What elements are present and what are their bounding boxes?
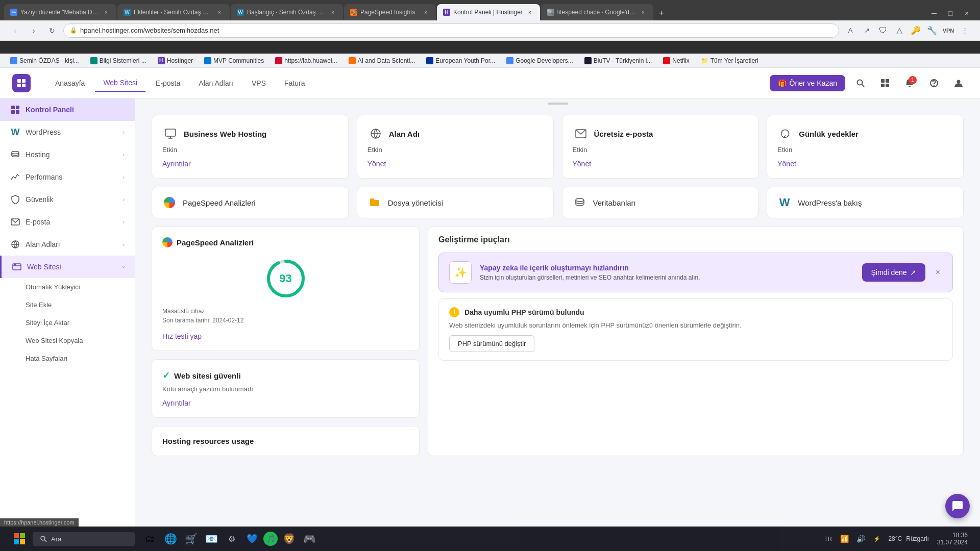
- nav-anasayfa[interactable]: Anasayfa: [47, 75, 93, 91]
- bookmark-european[interactable]: European Youth Por...: [422, 55, 499, 66]
- back-button[interactable]: ‹: [8, 23, 22, 38]
- php-banner: ! Daha uyumlu PHP sürümü bulundu Web sit…: [438, 298, 953, 361]
- taskbar-time[interactable]: 18:36 31.07.2024: [933, 532, 972, 546]
- extension-2-icon[interactable]: △: [892, 23, 906, 38]
- tab-close-2[interactable]: ×: [215, 8, 224, 16]
- nav-fatura[interactable]: Fatura: [276, 75, 313, 91]
- taskbar-app-browser[interactable]: 🌐: [161, 530, 180, 548]
- tab-hostinger[interactable]: H Kontrol Paneli | Hostinger ×: [437, 4, 540, 20]
- help-icon[interactable]: [925, 74, 943, 92]
- forward-button[interactable]: ›: [27, 23, 41, 38]
- close-window-button[interactable]: ×: [960, 6, 974, 20]
- taskbar-app-vscode[interactable]: 💙: [243, 530, 261, 548]
- card-header-4: Günlük yedekler: [777, 126, 953, 142]
- taskbar-app-gaming[interactable]: 🎮: [300, 530, 318, 548]
- chat-bubble[interactable]: [945, 494, 970, 518]
- bookmark-google-dev[interactable]: Google Developers...: [502, 55, 577, 66]
- sidebar-sub-site-ekle[interactable]: Site Ekle: [0, 296, 135, 314]
- php-title: Daha uyumlu PHP sürümü bulundu: [464, 308, 584, 316]
- bookmark-netflix[interactable]: Netflix: [659, 55, 693, 66]
- php-change-button[interactable]: PHP sürümünü değiştir: [449, 335, 534, 352]
- taskbar-wifi-icon[interactable]: 📶: [837, 532, 851, 546]
- sidebar-kontrol-paneli[interactable]: Kontrol Paneli: [0, 98, 135, 121]
- tab-pagespeed[interactable]: 🚀 PageSpeed Insights ×: [344, 4, 436, 20]
- new-tab-button[interactable]: +: [654, 6, 669, 20]
- ai-try-button[interactable]: Şimdi dene ↗: [862, 263, 925, 282]
- taskbar-app-store[interactable]: 🛒: [182, 530, 200, 548]
- check-icon: ✓: [162, 370, 170, 381]
- taskbar-weather: 28°C Rüzgarlı: [888, 535, 929, 542]
- taskbar-app-settings[interactable]: ⚙: [223, 530, 241, 548]
- vpn-icon[interactable]: VPN: [941, 23, 955, 38]
- profile-icon[interactable]: [949, 74, 968, 92]
- refer-button[interactable]: 🎁 Öner ve Kazan: [770, 75, 845, 91]
- sidebar-sub-hata[interactable]: Hata Sayfaları: [0, 349, 135, 367]
- speed-link[interactable]: Hız testi yap: [162, 332, 202, 340]
- menu-icon[interactable]: ⋮: [958, 23, 972, 38]
- tab-close-6[interactable]: ×: [639, 8, 647, 16]
- tool-wordpress[interactable]: W WordPress'a bakış: [767, 187, 964, 218]
- taskbar-sound-icon[interactable]: 🔊: [853, 532, 868, 546]
- nav-eposta[interactable]: E-posta: [148, 75, 188, 91]
- taskbar-language-icon[interactable]: TR: [821, 532, 835, 546]
- tool-pagespeed[interactable]: PageSpeed Analizleri: [152, 187, 349, 218]
- taskbar-app-brave[interactable]: 🦁: [280, 530, 298, 548]
- sidebar-item-hosting[interactable]: Hosting ›: [0, 143, 135, 166]
- bookmark-mvp[interactable]: MVP Communities: [200, 55, 268, 66]
- taskbar-battery-icon[interactable]: ⚡: [870, 532, 884, 546]
- security-link[interactable]: Ayrıntılar: [162, 399, 191, 407]
- tool-dosya[interactable]: Dosya yöneticisi: [357, 187, 554, 218]
- bookmark-hostinger[interactable]: H Hostinger: [154, 55, 197, 66]
- nav-vps[interactable]: VPS: [243, 75, 274, 91]
- ai-close-button[interactable]: ×: [934, 266, 942, 279]
- sidebar-item-wordpress[interactable]: W WordPress ›: [0, 121, 135, 143]
- card-link-2[interactable]: Yönet: [368, 160, 386, 168]
- tab-close-5[interactable]: ×: [526, 8, 534, 16]
- tab-yazı[interactable]: ✏ Yazıyı düzenle "Mehaba Dünya..." ×: [4, 4, 116, 20]
- notifications-icon[interactable]: 1: [900, 74, 919, 92]
- bookmark-all[interactable]: 📁 Tüm Yer İşaretleri: [697, 55, 763, 66]
- share-icon[interactable]: ↗: [860, 23, 874, 38]
- start-button[interactable]: [8, 528, 31, 550]
- taskbar-app-mail[interactable]: 📧: [202, 530, 220, 548]
- bookmark-ai[interactable]: AI and Data Scienti...: [345, 55, 420, 66]
- reload-button[interactable]: ↻: [45, 23, 59, 38]
- tool-veritabani[interactable]: Veritabanları: [562, 187, 759, 218]
- dashboard-icon[interactable]: [876, 74, 894, 92]
- card-link-3[interactable]: Yönet: [573, 160, 592, 168]
- tab-close-1[interactable]: ×: [102, 8, 110, 16]
- tab-close-3[interactable]: ×: [329, 8, 337, 16]
- card-link-4[interactable]: Yönet: [777, 160, 796, 168]
- nav-alan-adlari[interactable]: Alan Adları: [190, 75, 241, 91]
- taskbar-app-music[interactable]: 🎵: [263, 532, 278, 546]
- extension-4-icon[interactable]: 🔧: [925, 23, 939, 38]
- address-bar[interactable]: 🔒 hpanel.hostinger.com/websites/semihozd…: [63, 23, 839, 38]
- sidebar-item-eposta[interactable]: E-posta ›: [0, 211, 135, 233]
- sidebar-sub-otomatik[interactable]: Otomatik Yükleyici: [0, 278, 135, 296]
- card-link-1[interactable]: Ayrıntılar: [162, 160, 191, 168]
- maximize-button[interactable]: □: [943, 6, 958, 20]
- bookmark-huawei[interactable]: https://lab.huawei...: [271, 55, 341, 66]
- minimize-button[interactable]: ─: [927, 6, 941, 20]
- bookmark-semin[interactable]: Semin ÖZDAŞ - kişi...: [6, 55, 83, 66]
- translate-icon[interactable]: A: [843, 23, 857, 38]
- bookmark-blutv[interactable]: BluTV - Türkiyenin i...: [580, 55, 656, 66]
- extension-1-icon[interactable]: 🛡: [876, 23, 890, 38]
- extension-3-icon[interactable]: 🔑: [909, 23, 923, 38]
- tab-google[interactable]: 🔍 litespeed chace · Google'da Ara ×: [541, 4, 653, 20]
- sidebar-item-guvenlik[interactable]: Güvenlik ›: [0, 188, 135, 211]
- search-header-icon[interactable]: [851, 74, 870, 92]
- sidebar-sub-iceri-aktar[interactable]: Siteyi İçe Aktar: [0, 314, 135, 332]
- bookmark-bilgi[interactable]: Bilgi Sistemleri ...: [86, 55, 151, 66]
- taskbar-app-explorer[interactable]: 🗂: [141, 530, 159, 548]
- taskbar-search[interactable]: Ara: [33, 532, 135, 546]
- sidebar-sub-kopyala[interactable]: Web Sitesi Kopyala: [0, 332, 135, 349]
- sidebar-item-performans[interactable]: Performans ›: [0, 166, 135, 188]
- sidebar-item-alan-adlari[interactable]: Alan Adları ›: [0, 233, 135, 256]
- tab-baslangic[interactable]: W Başlangıç · Semih Özdaş — W... ×: [231, 4, 343, 20]
- nav-web-sitesi[interactable]: Web Sitesi: [95, 74, 145, 92]
- sidebar-item-web-sitesi[interactable]: Web Sitesi ›: [0, 256, 135, 278]
- bookmark-favicon-10: [663, 57, 670, 64]
- tab-close-4[interactable]: ×: [422, 8, 430, 16]
- tab-eklentiler[interactable]: W Eklentiler · Semih Özdaş — W... ×: [117, 4, 230, 20]
